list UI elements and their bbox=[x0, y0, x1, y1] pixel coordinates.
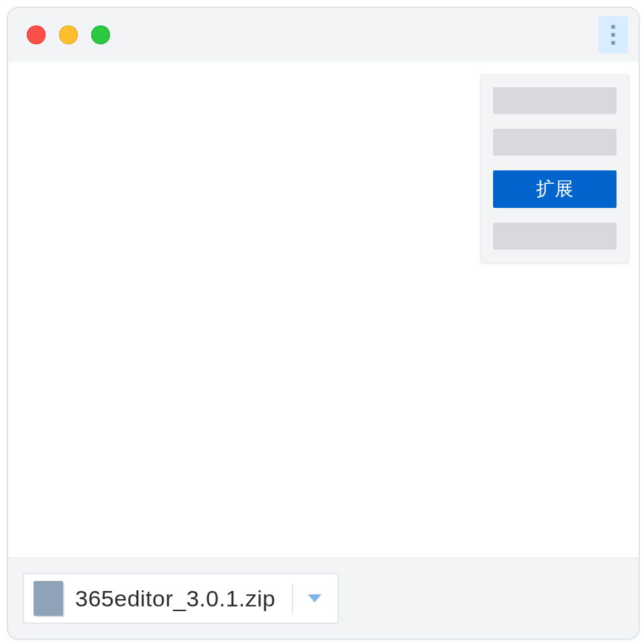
file-icon bbox=[34, 581, 63, 616]
title-bar bbox=[8, 8, 639, 62]
browser-menu-dropdown: 扩展 bbox=[480, 74, 629, 264]
kebab-icon bbox=[611, 33, 615, 37]
kebab-icon bbox=[611, 41, 615, 45]
browser-menu-button[interactable] bbox=[598, 16, 628, 54]
download-filename: 365editor_3.0.1.zip bbox=[75, 586, 276, 612]
menu-item-label: 扩展 bbox=[536, 176, 574, 202]
menu-item[interactable] bbox=[493, 87, 616, 114]
chevron-down-icon[interactable] bbox=[308, 594, 321, 602]
download-bar: 365editor_3.0.1.zip bbox=[8, 557, 639, 639]
close-window-button[interactable] bbox=[27, 25, 46, 44]
window-controls bbox=[27, 25, 110, 44]
minimize-window-button[interactable] bbox=[59, 25, 78, 44]
download-item[interactable]: 365editor_3.0.1.zip bbox=[23, 573, 339, 624]
kebab-icon bbox=[611, 25, 615, 29]
divider bbox=[292, 584, 293, 613]
browser-window: 扩展 365editor_3.0.1.zip bbox=[7, 7, 640, 640]
menu-item[interactable] bbox=[493, 223, 616, 250]
menu-item[interactable] bbox=[493, 129, 616, 156]
content-area: 扩展 bbox=[8, 62, 639, 558]
maximize-window-button[interactable] bbox=[91, 25, 110, 44]
menu-item-extensions[interactable]: 扩展 bbox=[493, 170, 616, 208]
